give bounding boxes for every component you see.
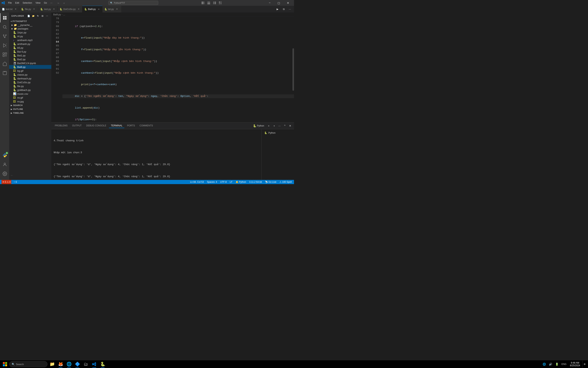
file-goldbach[interactable]: 🐍 goldbach.py bbox=[9, 88, 51, 92]
tab-bai9-py[interactable]: 🐍 Bai9.py ✕ bbox=[82, 6, 103, 12]
section-timeline[interactable]: ▶ TIMELINE bbox=[9, 111, 51, 115]
file-file-py[interactable]: 🐍 file.py bbox=[9, 84, 51, 88]
file-danhsach[interactable]: 🐍 danhsach.py bbox=[9, 76, 51, 80]
tab-bai9-close[interactable]: ✕ bbox=[97, 8, 100, 11]
activity-python[interactable]: 5+ bbox=[0, 151, 9, 160]
file-bai9[interactable]: 🐍 Bai9.py bbox=[9, 65, 51, 69]
terminal-python-item[interactable]: 🐍 Python bbox=[263, 131, 292, 135]
status-git[interactable]: ⑂ 0 bbox=[13, 180, 18, 184]
customize-layout-btn[interactable] bbox=[218, 0, 223, 6]
activity-extensions[interactable] bbox=[0, 50, 9, 59]
activity-source-control[interactable] bbox=[0, 32, 9, 41]
nav-back[interactable]: ← bbox=[56, 0, 61, 5]
position-text: Ln 84, Col 53 bbox=[190, 181, 204, 183]
menu-file[interactable]: File bbox=[7, 1, 13, 5]
activity-run-debug[interactable] bbox=[0, 41, 9, 50]
status-line-ending[interactable]: LF bbox=[229, 180, 233, 184]
activity-search[interactable] bbox=[0, 22, 9, 32]
more-actions-btn[interactable]: ··· bbox=[287, 7, 292, 12]
tab-file-py[interactable]: 🐍 file.py ✕ bbox=[19, 6, 38, 12]
tab-doicoso-py[interactable]: 🐍 DoiCoSo.py ✕ bbox=[58, 6, 82, 12]
terminal-maximize-btn[interactable]: ^ bbox=[282, 123, 287, 128]
status-python-version[interactable]: 3.11.2 64-bit bbox=[248, 180, 263, 184]
new-file-btn[interactable]: 📄 bbox=[27, 14, 31, 18]
activity-settings[interactable] bbox=[0, 169, 9, 178]
menu-edit[interactable]: Edit bbox=[14, 1, 21, 5]
section-search[interactable]: ▶ SEARCH bbox=[9, 103, 51, 107]
status-lang-icon[interactable]: 🔔 Python bbox=[235, 180, 247, 184]
tab-debug-console[interactable]: DEBUG CONSOLE bbox=[84, 123, 108, 128]
tab-tet-close[interactable]: ✕ bbox=[115, 8, 118, 11]
file-doicoso[interactable]: 🐍 DoiCoSo.py bbox=[9, 80, 51, 84]
toggle-secondary-btn[interactable] bbox=[212, 0, 217, 6]
tab-test-py[interactable]: 🐍 test.py ✕ bbox=[38, 6, 57, 12]
refresh-btn[interactable]: ↻ bbox=[36, 14, 40, 18]
toggle-panel-btn[interactable] bbox=[206, 0, 211, 6]
file-bai2[interactable]: 🐍 Bai2.py bbox=[9, 57, 51, 61]
split-editor-btn[interactable]: ⧉ bbox=[281, 7, 286, 12]
menu-more[interactable]: ··· bbox=[49, 1, 54, 5]
terminal-output[interactable]: 4.Thoát chương trình Nhập một lựa chọn:3… bbox=[51, 129, 262, 180]
file-classs[interactable]: 🐍 classs.py bbox=[9, 73, 51, 76]
file-packages[interactable]: ▶ 📁 packages bbox=[9, 27, 51, 30]
status-spell[interactable]: ⚠ 100 Spell bbox=[279, 180, 292, 184]
file-bg[interactable]: 🖼 bg.gif bbox=[9, 69, 51, 73]
menu-go[interactable]: Go bbox=[42, 1, 48, 5]
tab-txt-close[interactable]: ✕ bbox=[14, 8, 17, 11]
file-bai3[interactable]: 📓 Bai3MCLN.ipynb bbox=[9, 61, 51, 65]
tab-terminal[interactable]: TERMINAL bbox=[109, 123, 124, 128]
nav-forward[interactable]: → bbox=[61, 0, 66, 5]
terminal-more-btn[interactable]: ··· bbox=[277, 123, 282, 128]
file-nv-jpg[interactable]: 🖼 nv.jpg bbox=[9, 100, 51, 103]
file-pycache[interactable]: ▶ 📁 __pycache__ bbox=[9, 23, 51, 27]
tab-problems[interactable]: PROBLEMS bbox=[53, 123, 70, 128]
file-amthanh-mp3[interactable]: ♪ amthanh.mp3 bbox=[9, 38, 51, 42]
code-editor[interactable]: 78 79 80 81 82 83 84 85 86 87 88 89 90 9… bbox=[51, 17, 294, 122]
maximize-btn[interactable]: ◻ bbox=[274, 0, 283, 6]
new-terminal-btn[interactable]: + bbox=[266, 123, 271, 128]
file-music[interactable]: 📊 music.csv bbox=[9, 92, 51, 96]
new-folder-btn[interactable]: 📁 bbox=[31, 14, 35, 18]
file-amthanh-py[interactable]: 🐍 amthanh.py bbox=[9, 42, 51, 46]
activity-testing[interactable] bbox=[0, 68, 9, 78]
tab-doicoso-close[interactable]: ✕ bbox=[77, 8, 80, 11]
activity-explorer[interactable] bbox=[0, 13, 9, 22]
sidebar-bottom-btn[interactable]: ··· bbox=[9, 172, 51, 178]
run-btn[interactable]: ▶ bbox=[275, 7, 280, 12]
status-position[interactable]: Ln 84, Col 53 bbox=[189, 180, 205, 184]
terminal-dropdown-btn[interactable]: ▾ bbox=[272, 123, 276, 128]
tab-txt[interactable]: 📄 text.txt ✕ bbox=[0, 6, 19, 12]
titlebar-search[interactable]: 🔍 PythonPTIT bbox=[108, 1, 158, 5]
file-b5[interactable]: 🐍 b5.py bbox=[9, 46, 51, 50]
minimize-btn[interactable]: − bbox=[265, 0, 274, 6]
activity-accounts[interactable] bbox=[0, 160, 9, 169]
scrollbar[interactable] bbox=[292, 48, 294, 91]
toggle-sidebar-btn[interactable] bbox=[200, 0, 206, 6]
terminal-close-btn[interactable]: ✕ bbox=[288, 123, 292, 128]
status-go-live[interactable]: 📡 Go Live bbox=[264, 180, 277, 184]
menu-selection[interactable]: Selection bbox=[21, 1, 34, 5]
status-errors[interactable]: ✕ 0 ⚠ 0 bbox=[1, 180, 11, 184]
file-ai[interactable]: 🐍 AI.py bbox=[9, 34, 51, 38]
tab-ports[interactable]: PORTS bbox=[125, 123, 137, 128]
tab-file-py-close[interactable]: ✕ bbox=[33, 8, 36, 11]
layout-buttons bbox=[200, 0, 223, 6]
section-pythonptit[interactable]: ▾ PYTHONPTIT bbox=[9, 19, 51, 23]
tab-tet-py[interactable]: 🐍 tet.py ✕ bbox=[103, 6, 122, 12]
tab-comments[interactable]: COMMENTS bbox=[138, 123, 155, 128]
file-nv-gif[interactable]: 🖼 nv.gif bbox=[9, 96, 51, 100]
status-encoding[interactable]: UTF-8 bbox=[219, 180, 228, 184]
tab-test-py-close[interactable]: ✕ bbox=[53, 8, 56, 11]
sidebar-more-btn[interactable]: ··· bbox=[45, 14, 49, 18]
file-1icpc[interactable]: 🐍 1icpc.py bbox=[9, 30, 51, 34]
activity-remote[interactable] bbox=[0, 59, 9, 68]
menu-view[interactable]: View bbox=[34, 1, 42, 5]
tab-output[interactable]: OUTPUT bbox=[70, 123, 84, 128]
section-outline[interactable]: ▶ OUTLINE bbox=[9, 107, 51, 111]
code-content[interactable]: if (option3==2.6): e=float(input("Nhập đ… bbox=[61, 17, 294, 122]
status-spaces[interactable]: Spaces: 4 bbox=[206, 180, 218, 184]
file-bai6[interactable]: 🐍 Bai 6.py bbox=[9, 50, 51, 54]
close-btn[interactable]: ✕ bbox=[284, 0, 292, 6]
collapse-all-btn[interactable]: ⊟ bbox=[41, 14, 44, 18]
file-bai1[interactable]: 🐍 Bai1.py bbox=[9, 54, 51, 57]
